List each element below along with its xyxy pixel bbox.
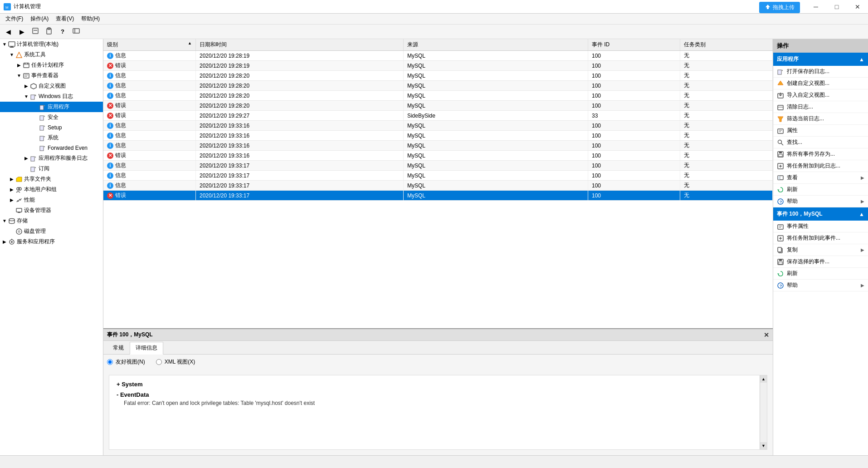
radio-xml-input[interactable] xyxy=(156,359,162,365)
detail-close-button[interactable]: ✕ xyxy=(764,331,769,339)
clipboard-button[interactable] xyxy=(43,26,55,37)
detail-scroll-down[interactable]: ▼ xyxy=(760,442,767,449)
table-row[interactable]: ✕ 错误 2020/12/20 19:28:19 MySQL 100 无 xyxy=(103,61,773,71)
tab-general[interactable]: 常规 xyxy=(107,342,130,354)
storage-expand[interactable]: ▼ xyxy=(1,217,8,225)
event100-collapse[interactable]: ▲ xyxy=(859,211,864,217)
tree-item-app-service[interactable]: ▶ 应用程序和服务日志 xyxy=(0,153,103,163)
detail-scrollbar[interactable]: ▲ ▼ xyxy=(760,375,767,449)
menu-action[interactable]: 操作(A) xyxy=(27,14,52,24)
help-button[interactable]: ? xyxy=(56,26,69,37)
menu-file[interactable]: 文件(F) xyxy=(2,14,27,24)
detail-scroll-up[interactable]: ▲ xyxy=(760,375,767,383)
table-row[interactable]: i 信息 2020/12/20 19:28:20 MySQL 100 无 xyxy=(103,91,773,101)
action-refresh-event[interactable]: 刷新 xyxy=(773,268,868,280)
col-header-level[interactable]: 级别 ▲ xyxy=(103,39,196,51)
tree-item-services[interactable]: ▶ 服务和应用程序 xyxy=(0,236,103,247)
tree-item-windows-log[interactable]: ▼ Windows 日志 xyxy=(0,91,103,102)
forward-button[interactable]: ▶ xyxy=(15,26,28,37)
table-row[interactable]: i 信息 2020/12/20 19:33:16 MySQL 100 无 xyxy=(103,131,773,141)
action-save-selected[interactable]: 保存选择的事件... xyxy=(773,256,868,268)
action-help-event[interactable]: ? 帮助 ▶ xyxy=(773,280,868,291)
action-properties[interactable]: 属性 xyxy=(773,125,868,137)
task-expand[interactable]: ▶ xyxy=(15,62,23,69)
event-table-container[interactable]: 级别 ▲ 日期和时间 来源 事件 ID xyxy=(103,39,773,328)
table-row[interactable]: i 信息 2020/12/20 19:28:20 MySQL 100 无 xyxy=(103,81,773,91)
tree-item-event-viewer[interactable]: ▼ 事件查看器 xyxy=(0,70,103,81)
show-hide-button[interactable] xyxy=(70,26,83,37)
maximize-button[interactable]: □ xyxy=(826,0,847,14)
event-viewer-expand[interactable]: ▼ xyxy=(15,72,23,79)
action-attach-task-event[interactable]: 将任务附加到此事件... xyxy=(773,232,868,244)
table-row[interactable]: i 信息 2020/12/20 19:33:17 MySQL 100 无 xyxy=(103,161,773,171)
action-event-props[interactable]: 事件属性 xyxy=(773,221,868,232)
table-row[interactable]: i 信息 2020/12/20 19:33:16 MySQL 100 无 xyxy=(103,121,773,131)
action-view[interactable]: 查看 ▶ xyxy=(773,172,868,184)
action-refresh-app[interactable]: 刷新 xyxy=(773,184,868,196)
windows-log-expand[interactable]: ▼ xyxy=(23,93,30,100)
root-expand-icon[interactable]: ▼ xyxy=(1,41,8,48)
table-row[interactable]: ✕ 错误 2020/12/20 19:33:17 MySQL 100 无 xyxy=(103,191,773,201)
tree-item-storage[interactable]: ▼ 存储 xyxy=(0,216,103,226)
tab-details[interactable]: 详细信息 xyxy=(130,342,163,355)
table-row[interactable]: i 信息 2020/12/20 19:33:17 MySQL 100 无 xyxy=(103,181,773,191)
action-create-custom-view[interactable]: 创建自定义视图... xyxy=(773,78,868,89)
radio-friendly[interactable]: 友好视图(N) xyxy=(107,358,145,366)
tree-item-local-users[interactable]: ▶ 本地用户和组 xyxy=(0,184,103,195)
eventdata-toggle[interactable]: - EventData xyxy=(117,391,751,398)
tree-item-task-scheduler[interactable]: ▶ 任务计划程序 xyxy=(0,60,103,70)
shared-expand[interactable]: ▶ xyxy=(8,176,15,183)
table-row[interactable]: ✕ 错误 2020/12/20 19:33:16 MySQL 100 无 xyxy=(103,151,773,161)
system-toggle[interactable]: + System xyxy=(117,381,751,388)
table-row[interactable]: ✕ 错误 2020/12/20 19:29:27 SideBySide 33 无 xyxy=(103,111,773,121)
tree-item-application[interactable]: 应用程序 xyxy=(0,102,103,112)
table-row[interactable]: i 信息 2020/12/20 19:33:17 MySQL 100 无 xyxy=(103,171,773,181)
minimize-button[interactable]: ─ xyxy=(805,0,826,14)
custom-view-expand[interactable]: ▶ xyxy=(23,83,30,90)
col-header-taskcat[interactable]: 任务类别 xyxy=(680,39,773,51)
tree-root[interactable]: ▼ 计算机管理(本地) xyxy=(0,39,103,49)
tree-item-custom-view[interactable]: ▶ 自定义视图 xyxy=(0,81,103,91)
col-header-source[interactable]: 来源 xyxy=(403,39,588,51)
col-header-eventid[interactable]: 事件 ID xyxy=(588,39,680,51)
action-clear-log[interactable]: 清除日志... xyxy=(773,101,868,113)
radio-xml[interactable]: XML 视图(X) xyxy=(156,358,195,366)
action-filter-log[interactable]: 筛选当前日志... xyxy=(773,113,868,125)
action-copy[interactable]: 复制 ▶ xyxy=(773,244,868,256)
col-header-datetime[interactable]: 日期和时间 xyxy=(196,39,404,51)
menu-view[interactable]: 查看(V) xyxy=(52,14,78,24)
tree-item-system[interactable]: 系统 xyxy=(0,133,103,143)
tree-item-security[interactable]: 安全 xyxy=(0,112,103,123)
tree-item-disk[interactable]: 磁盘管理 xyxy=(0,226,103,236)
action-attach-task-log[interactable]: 将任务附加到此日志... xyxy=(773,160,868,172)
upload-button[interactable]: 拖拽上传 xyxy=(759,2,800,13)
tree-item-sys-tools[interactable]: ▼ 系统工具 xyxy=(0,49,103,60)
action-help-app[interactable]: ? 帮助 ▶ xyxy=(773,196,868,207)
action-import-custom-view[interactable]: 导入自定义视图... xyxy=(773,89,868,101)
services-expand[interactable]: ▶ xyxy=(1,238,8,246)
tree-item-device[interactable]: 设备管理器 xyxy=(0,205,103,216)
table-row[interactable]: ✕ 错误 2020/12/20 19:28:20 MySQL 100 无 xyxy=(103,101,773,111)
perf-expand[interactable]: ▶ xyxy=(8,197,15,204)
tree-item-performance[interactable]: ▶ 性能 xyxy=(0,195,103,205)
action-save-all-events[interactable]: 将所有事件另存为... xyxy=(773,148,868,160)
sys-tools-expand[interactable]: ▼ xyxy=(8,51,15,59)
radio-friendly-input[interactable] xyxy=(107,359,113,365)
local-users-expand[interactable]: ▶ xyxy=(8,186,15,193)
action-open-saved-log[interactable]: 打开保存的日志... xyxy=(773,66,868,78)
back-button[interactable]: ◀ xyxy=(2,26,15,37)
table-row[interactable]: i 信息 2020/12/20 19:28:20 MySQL 100 无 xyxy=(103,71,773,81)
setup-spacer xyxy=(32,124,39,131)
tree-item-forwarded[interactable]: Forwarded Even xyxy=(0,143,103,153)
table-row[interactable]: i 信息 2020/12/20 19:33:16 MySQL 100 无 xyxy=(103,141,773,151)
action-find[interactable]: 查找... xyxy=(773,137,868,148)
tree-item-shared[interactable]: ▶ 共享文件夹 xyxy=(0,174,103,184)
tree-item-subscriptions[interactable]: 订阅 xyxy=(0,163,103,174)
table-row[interactable]: i 信息 2020/12/20 19:28:19 MySQL 100 无 xyxy=(103,51,773,61)
close-button[interactable]: ✕ xyxy=(847,0,868,14)
app-service-expand[interactable]: ▶ xyxy=(23,155,30,162)
up-button[interactable] xyxy=(29,26,42,37)
menu-help[interactable]: 帮助(H) xyxy=(78,14,103,24)
app-section-collapse[interactable]: ▲ xyxy=(859,56,864,63)
tree-item-setup[interactable]: Setup xyxy=(0,123,103,133)
